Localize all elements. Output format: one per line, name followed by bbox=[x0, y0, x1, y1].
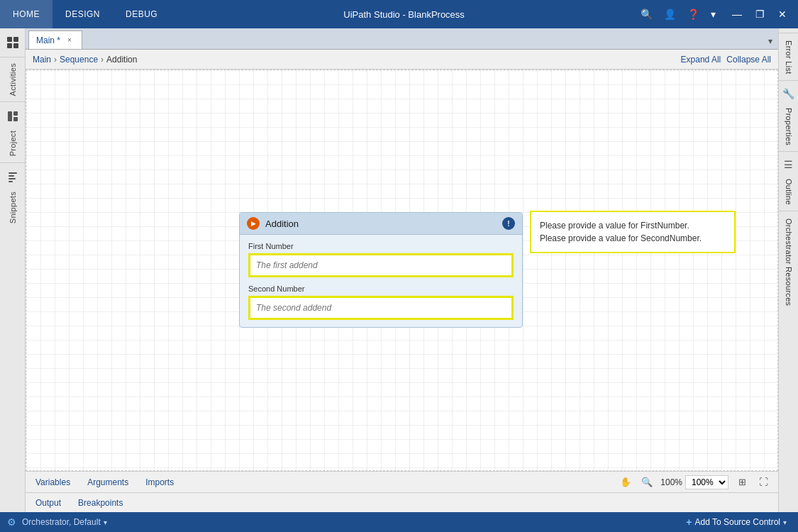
activity-run-icon: ▶ bbox=[247, 217, 260, 230]
orchestrator-resources-section: Orchestrator Resources bbox=[779, 211, 798, 310]
title-bar: HOME DESIGN DEBUG UiPath Studio - BlankP… bbox=[0, 0, 798, 28]
variables-tab[interactable]: Variables bbox=[33, 476, 73, 489]
expand-collapse-controls: Expand All Collapse All bbox=[681, 55, 771, 65]
menu-debug[interactable]: DEBUG bbox=[113, 0, 170, 28]
app-title: UiPath Studio - BlankProcess bbox=[170, 9, 638, 20]
activity-body: First Number Second Number bbox=[240, 235, 522, 327]
left-sidebar: Activities Project Snippets bbox=[0, 28, 26, 512]
project-icon[interactable] bbox=[1, 105, 24, 128]
arguments-tab[interactable]: Arguments bbox=[84, 476, 131, 489]
second-number-input[interactable] bbox=[248, 296, 514, 320]
breadcrumb: Main › Sequence › Addition bbox=[33, 55, 681, 65]
status-bar: ⚙ Orchestrator, Default ▾ + Add To Sourc… bbox=[0, 512, 798, 532]
window-controls: — ❐ ✕ bbox=[727, 4, 798, 24]
sidebar-project-section: Project bbox=[0, 101, 25, 159]
tab-label: Main * bbox=[36, 35, 60, 45]
menu-home[interactable]: HOME bbox=[0, 0, 52, 28]
tooltip-line2: Please provide a value for SecondNumber. bbox=[540, 233, 702, 243]
menu-design[interactable]: DESIGN bbox=[52, 0, 113, 28]
output-tab[interactable]: Output bbox=[33, 497, 64, 509]
bottom-area: Variables Arguments Imports ✋ 🔍 100% 100… bbox=[26, 471, 778, 512]
project-label[interactable]: Project bbox=[9, 128, 17, 159]
status-right: + Add To Source Control ▾ bbox=[682, 515, 791, 529]
breadcrumb-main[interactable]: Main bbox=[33, 55, 51, 65]
svg-rect-4 bbox=[8, 111, 12, 121]
orchestrator-chevron-icon: ▾ bbox=[104, 519, 107, 526]
fullscreen-button[interactable]: ⛶ bbox=[755, 475, 771, 490]
breadcrumb-sequence[interactable]: Sequence bbox=[60, 55, 98, 65]
add-source-label: Add To Source Control bbox=[694, 517, 780, 527]
second-number-label: Second Number bbox=[248, 284, 514, 293]
title-action-icons: 🔍 👤 ❓ ▾ bbox=[638, 6, 727, 23]
add-source-chevron-icon: ▾ bbox=[783, 519, 787, 526]
snippets-icon[interactable] bbox=[1, 166, 24, 189]
expand-all-button[interactable]: Expand All bbox=[681, 55, 721, 65]
outline-icon[interactable]: ☰ bbox=[784, 155, 793, 174]
main-content: Main * × ▾ Main › Sequence › Addition Ex… bbox=[26, 28, 778, 512]
svg-rect-3 bbox=[13, 43, 18, 48]
svg-rect-5 bbox=[13, 111, 18, 116]
outline-section: ☰ Outline bbox=[779, 151, 798, 209]
svg-rect-2 bbox=[7, 43, 12, 48]
svg-rect-1 bbox=[13, 37, 18, 42]
svg-rect-8 bbox=[9, 175, 14, 177]
help-icon[interactable]: ❓ bbox=[685, 6, 702, 23]
tab-close-button[interactable]: × bbox=[65, 35, 74, 45]
user-icon[interactable]: 👤 bbox=[661, 6, 679, 23]
breadcrumb-sep-2: › bbox=[101, 55, 104, 65]
chevron-down-icon[interactable]: ▾ bbox=[708, 6, 719, 23]
fit-screen-button[interactable]: ⊞ bbox=[734, 475, 750, 490]
zoom-control: 100% 100% 75% 50% 150% bbox=[660, 475, 728, 489]
main-tab[interactable]: Main * × bbox=[28, 31, 82, 49]
pan-tool-button[interactable]: ✋ bbox=[618, 475, 633, 490]
settings-icon[interactable]: ⚙ bbox=[7, 516, 16, 528]
imports-tab[interactable]: Imports bbox=[143, 476, 177, 489]
breadcrumb-addition: Addition bbox=[106, 55, 137, 65]
orchestrator-status[interactable]: Orchestrator, Default ▾ bbox=[22, 517, 107, 527]
activity-block-addition[interactable]: ▶ Addition ! First Number Second Number bbox=[239, 212, 523, 328]
first-number-label: First Number bbox=[248, 242, 514, 250]
breadcrumb-sep-1: › bbox=[54, 55, 57, 65]
orchestrator-resources-label[interactable]: Orchestrator Resources bbox=[785, 214, 793, 310]
tab-bar: Main * × ▾ bbox=[26, 28, 778, 50]
svg-rect-7 bbox=[9, 172, 17, 174]
sidebar-activities-section: Activities bbox=[0, 57, 25, 99]
breadcrumb-bar: Main › Sequence › Addition Expand All Co… bbox=[26, 50, 778, 70]
variables-bar: Variables Arguments Imports ✋ 🔍 100% 100… bbox=[26, 471, 778, 492]
activities-icon[interactable] bbox=[1, 31, 24, 54]
menu-bar: HOME DESIGN DEBUG bbox=[0, 0, 170, 28]
add-to-source-control-button[interactable]: + Add To Source Control ▾ bbox=[682, 515, 791, 529]
error-list-label[interactable]: Error List bbox=[785, 36, 793, 79]
svg-rect-9 bbox=[9, 178, 16, 179]
search-icon[interactable]: 🔍 bbox=[638, 6, 655, 23]
bottom-toolbar: ✋ 🔍 100% 100% 75% 50% 150% ⊞ ⛶ bbox=[618, 475, 771, 490]
output-bar: Output Breakpoints bbox=[26, 492, 778, 512]
tab-dropdown-button[interactable]: ▾ bbox=[768, 36, 778, 49]
zoom-value: 100% bbox=[660, 477, 682, 487]
properties-icon[interactable]: 🔧 bbox=[782, 84, 794, 104]
app-body: Activities Project Snippets bbox=[0, 28, 798, 512]
error-list-section: Error List bbox=[779, 33, 798, 79]
first-number-input[interactable] bbox=[248, 253, 514, 277]
restore-button[interactable]: ❐ bbox=[750, 4, 770, 24]
activity-header: ▶ Addition ! bbox=[240, 213, 522, 235]
minimize-button[interactable]: — bbox=[727, 4, 747, 24]
designer-canvas[interactable]: ▶ Addition ! First Number Second Number … bbox=[26, 70, 778, 471]
zoom-tool-button[interactable]: 🔍 bbox=[639, 475, 655, 490]
breakpoints-tab[interactable]: Breakpoints bbox=[75, 497, 126, 509]
right-sidebar: Error List 🔧 Properties ☰ Outline Orches… bbox=[778, 28, 798, 512]
snippets-label[interactable]: Snippets bbox=[9, 189, 17, 226]
tooltip-line1: Please provide a value for FirstNumber. bbox=[540, 221, 689, 231]
properties-label[interactable]: Properties bbox=[785, 104, 793, 150]
collapse-all-button[interactable]: Collapse All bbox=[726, 55, 771, 65]
activity-warning-icon[interactable]: ! bbox=[502, 217, 515, 230]
validation-tooltip: Please provide a value for FirstNumber. … bbox=[530, 211, 736, 253]
activity-title: Addition bbox=[265, 218, 497, 229]
close-button[interactable]: ✕ bbox=[772, 4, 792, 24]
properties-section: 🔧 Properties bbox=[779, 80, 798, 150]
svg-rect-10 bbox=[9, 181, 13, 182]
outline-label[interactable]: Outline bbox=[785, 174, 793, 209]
zoom-select[interactable]: 100% 75% 50% 150% bbox=[685, 475, 728, 489]
svg-rect-0 bbox=[7, 37, 12, 42]
activities-label[interactable]: Activities bbox=[9, 60, 17, 99]
